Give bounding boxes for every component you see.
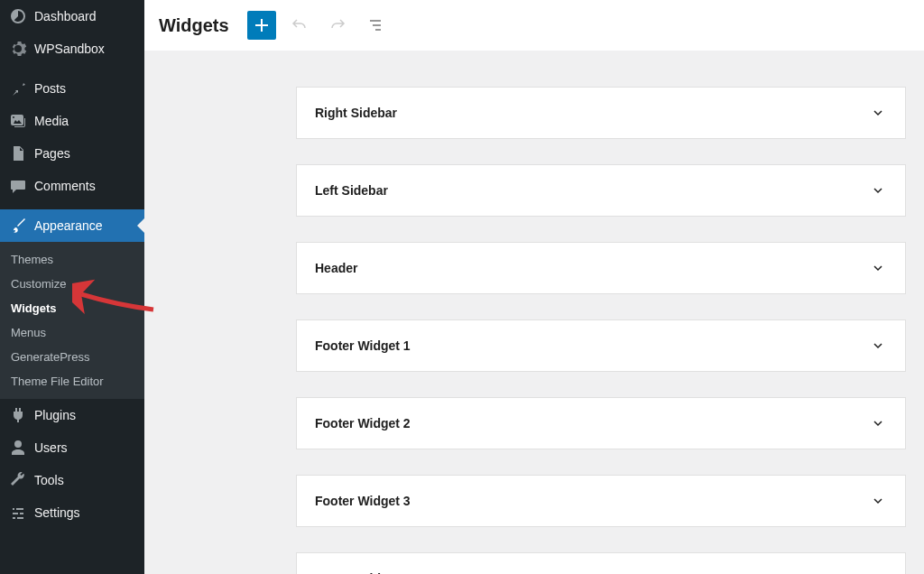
- dashboard-icon: [9, 7, 27, 25]
- comment-icon: [9, 177, 27, 195]
- sidebar-item-pages[interactable]: Pages: [0, 137, 144, 170]
- widget-areas-list: Right Sidebar Left Sidebar Header Footer…: [144, 51, 924, 574]
- sidebar-item-posts[interactable]: Posts: [0, 72, 144, 105]
- chevron-down-icon: [869, 337, 887, 355]
- sidebar-item-label: Media: [34, 114, 69, 128]
- sidebar-item-media[interactable]: Media: [0, 105, 144, 137]
- sidebar-item-comments[interactable]: Comments: [0, 170, 144, 202]
- widget-area-footer-1[interactable]: Footer Widget 1: [296, 319, 906, 372]
- widget-area-right-sidebar[interactable]: Right Sidebar: [296, 87, 906, 139]
- redo-icon: [327, 14, 348, 36]
- editor-toolbar: Widgets: [144, 0, 924, 51]
- widget-area-title: Footer Widget 2: [315, 416, 411, 430]
- widget-area-title: Footer Widget 3: [315, 494, 411, 508]
- sidebar-item-settings[interactable]: Settings: [0, 496, 144, 529]
- gear-icon: [9, 40, 27, 58]
- sidebar-item-label: Comments: [34, 179, 96, 193]
- submenu-widgets[interactable]: Widgets: [0, 296, 144, 320]
- sidebar-item-dashboard[interactable]: Dashboard: [0, 0, 144, 32]
- widget-area-footer-2[interactable]: Footer Widget 2: [296, 397, 906, 449]
- redo-button[interactable]: [323, 11, 352, 40]
- list-view-button[interactable]: [361, 11, 390, 40]
- widget-area-title: Footer Widget 1: [315, 338, 411, 353]
- brush-icon: [9, 217, 27, 235]
- settings-icon: [9, 504, 27, 522]
- sidebar-item-wpsandbox[interactable]: WPSandbox: [0, 32, 144, 65]
- chevron-down-icon: [869, 181, 887, 199]
- sidebar-item-label: Settings: [34, 505, 80, 520]
- widget-area-footer-4[interactable]: Footer Widget 4: [296, 552, 906, 574]
- undo-button[interactable]: [285, 11, 314, 40]
- page-icon: [9, 144, 27, 162]
- widget-area-left-sidebar[interactable]: Left Sidebar: [296, 164, 906, 217]
- sidebar-item-label: Appearance: [34, 218, 103, 233]
- plugin-icon: [9, 406, 27, 424]
- widget-area-title: Left Sidebar: [315, 183, 388, 198]
- chevron-down-icon: [869, 259, 887, 277]
- media-icon: [9, 112, 27, 130]
- user-icon: [9, 439, 27, 457]
- chevron-down-icon: [869, 414, 887, 432]
- sidebar-item-tools[interactable]: Tools: [0, 464, 144, 496]
- sidebar-item-label: Users: [34, 440, 68, 455]
- chevron-down-icon: [869, 569, 887, 574]
- list-view-icon: [365, 14, 386, 36]
- sidebar-item-label: Dashboard: [34, 9, 97, 23]
- add-block-button[interactable]: [247, 11, 276, 40]
- main-content: Widgets Right Sidebar Left: [144, 0, 924, 574]
- widget-area-title: Header: [315, 261, 357, 275]
- pin-icon: [9, 79, 27, 97]
- sidebar-item-plugins[interactable]: Plugins: [0, 399, 144, 431]
- submenu-theme-file-editor[interactable]: Theme File Editor: [0, 369, 144, 393]
- widget-area-footer-3[interactable]: Footer Widget 3: [296, 475, 906, 527]
- sidebar-item-label: Tools: [34, 473, 64, 487]
- sidebar-item-appearance[interactable]: Appearance: [0, 209, 144, 242]
- sidebar-item-label: Posts: [34, 81, 66, 96]
- undo-icon: [289, 14, 310, 36]
- widget-area-title: Right Sidebar: [315, 106, 397, 120]
- chevron-down-icon: [869, 104, 887, 122]
- appearance-submenu: Themes Customize Widgets Menus GenerateP…: [0, 242, 144, 399]
- submenu-themes[interactable]: Themes: [0, 247, 144, 272]
- widget-area-header[interactable]: Header: [296, 242, 906, 294]
- sidebar-item-label: Pages: [34, 146, 70, 161]
- sidebar-item-label: Plugins: [34, 408, 76, 422]
- wrench-icon: [9, 471, 27, 489]
- page-title: Widgets: [159, 15, 229, 36]
- submenu-generatepress[interactable]: GeneratePress: [0, 345, 144, 369]
- submenu-customize[interactable]: Customize: [0, 272, 144, 296]
- admin-sidebar: Dashboard WPSandbox Posts Media Pages Co…: [0, 0, 144, 574]
- chevron-down-icon: [869, 492, 887, 510]
- sidebar-item-users[interactable]: Users: [0, 431, 144, 464]
- submenu-menus[interactable]: Menus: [0, 320, 144, 345]
- sidebar-item-label: WPSandbox: [34, 42, 105, 56]
